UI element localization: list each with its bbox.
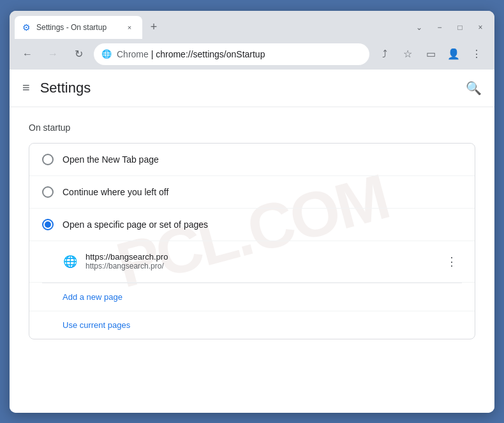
settings-body: PCL.COM On startup Open the New Tab page…	[10, 107, 494, 355]
browser-window: ⚙ Settings - On startup × + ⌄ − □ × ← → …	[10, 11, 494, 413]
title-bar: ⚙ Settings - On startup × + ⌄ − □ ×	[10, 11, 494, 39]
share-button[interactable]: ⤴	[374, 44, 395, 64]
radio-specific[interactable]	[42, 219, 54, 230]
address-highlight: /onStartup	[224, 49, 265, 59]
page-title: Settings	[40, 80, 91, 96]
menu-button[interactable]: ⋮	[466, 44, 487, 64]
option-specific-label: Open a specific page or set of pages	[63, 219, 208, 230]
tab-close-button[interactable]: ×	[124, 22, 135, 33]
sidebar-button[interactable]: ▭	[420, 44, 441, 64]
page-urls: https://bangsearch.pro https://bangsearc…	[85, 252, 434, 271]
address-text: Chrome | chrome://settings/onStartup	[117, 49, 265, 59]
radio-new-tab[interactable]	[42, 154, 54, 165]
new-tab-button[interactable]: +	[145, 19, 163, 36]
option-new-tab[interactable]: Open the New Tab page	[29, 144, 475, 176]
browser-content: ≡ Settings 🔍 PCL.COM On startup Open the…	[10, 70, 494, 413]
option-continue[interactable]: Continue where you left off	[29, 176, 475, 209]
address-path: settings	[193, 49, 224, 59]
option-new-tab-label: Open the New Tab page	[63, 154, 159, 165]
profile-button[interactable]: 👤	[443, 44, 464, 64]
tab-favicon: ⚙	[22, 22, 33, 33]
address-brand: Chrome	[117, 49, 149, 59]
options-card: Open the New Tab page Continue where you…	[29, 143, 475, 339]
settings-header: ≡ Settings 🔍	[10, 70, 494, 107]
search-button[interactable]: 🔍	[466, 80, 482, 96]
back-button[interactable]: ←	[17, 44, 38, 64]
use-current-pages-link[interactable]: Use current pages	[29, 311, 475, 339]
navigation-bar: ← → ↻ 🌐 Chrome | chrome://settings/onSta…	[10, 39, 494, 70]
page-url-primary: https://bangsearch.pro	[85, 252, 434, 262]
active-tab[interactable]: ⚙ Settings - On startup ×	[15, 16, 142, 39]
forward-button[interactable]: →	[43, 44, 63, 64]
add-new-page-link[interactable]: Add a new page	[29, 283, 475, 311]
lock-icon: 🌐	[101, 49, 112, 59]
page-url-secondary: https://bangsearch.pro/	[85, 262, 434, 271]
section-title: On startup	[29, 122, 475, 133]
minimize-button[interactable]: −	[431, 21, 448, 34]
address-bar[interactable]: 🌐 Chrome | chrome://settings/onStartup	[94, 43, 369, 65]
address-separator: | chrome://	[151, 49, 193, 59]
startup-page-item: 🌐 https://bangsearch.pro https://bangsea…	[63, 246, 462, 277]
page-menu-button[interactable]: ⋮	[441, 251, 462, 272]
nav-actions: ⤴ ☆ ▭ 👤 ⋮	[374, 44, 487, 64]
radio-continue[interactable]	[42, 186, 54, 198]
chevron-down-button[interactable]: ⌄	[410, 21, 428, 34]
maximize-button[interactable]: □	[451, 21, 469, 34]
tab-title: Settings - On startup	[36, 23, 107, 32]
window-controls: ⌄ − □ ×	[410, 21, 489, 34]
close-button[interactable]: ×	[471, 21, 489, 34]
bookmark-button[interactable]: ☆	[397, 44, 418, 64]
startup-pages-list: 🌐 https://bangsearch.pro https://bangsea…	[29, 241, 475, 283]
option-specific[interactable]: Open a specific page or set of pages	[29, 209, 475, 241]
reload-button[interactable]: ↻	[68, 44, 89, 64]
hamburger-menu-icon[interactable]: ≡	[22, 80, 30, 95]
globe-icon: 🌐	[63, 254, 78, 269]
option-continue-label: Continue where you left off	[63, 187, 168, 197]
